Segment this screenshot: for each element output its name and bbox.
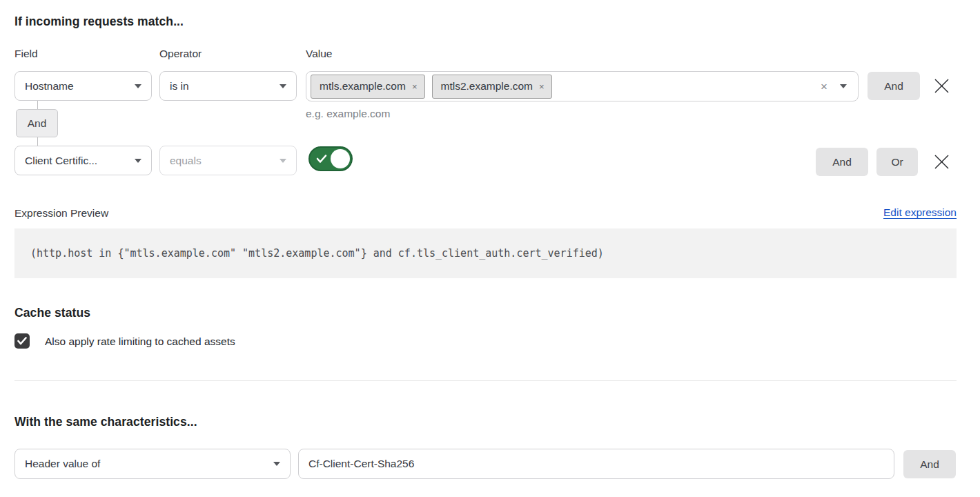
- cached-assets-checkbox-label: Also apply rate limiting to cached asset…: [45, 335, 235, 348]
- connector-line: [37, 101, 38, 109]
- delete-row1-icon[interactable]: [934, 78, 950, 94]
- value-tag: mtls2.example.com ×: [432, 75, 552, 99]
- chevron-down-icon: [280, 84, 286, 88]
- operator-select-row1-value: is in: [170, 80, 189, 92]
- value-hint: e.g. example.com: [306, 108, 390, 120]
- chevron-down-icon: [280, 159, 286, 163]
- field-select-row1[interactable]: Hostname: [14, 71, 152, 101]
- chevron-down-icon: [135, 159, 141, 163]
- and-button-row2[interactable]: And: [816, 148, 868, 176]
- rate-limiting-rule-builder: If incoming requests match... Field Oper…: [0, 0, 980, 497]
- field-select-row2-value: Client Certific...: [25, 155, 97, 167]
- row-connector-and-button[interactable]: And: [16, 109, 58, 137]
- operator-column-label: Operator: [159, 48, 202, 60]
- header-name-input[interactable]: [298, 449, 894, 479]
- section-title-match: If incoming requests match...: [14, 14, 184, 29]
- chevron-down-icon: [273, 462, 280, 466]
- characteristic-select[interactable]: Header value of: [14, 449, 291, 479]
- value-tag-text: mtls.example.com: [320, 80, 406, 92]
- characteristics-title: With the same characteristics...: [14, 415, 197, 429]
- chevron-down-icon: [135, 84, 141, 88]
- operator-select-row2-value: equals: [170, 155, 202, 167]
- clear-values-icon[interactable]: ×: [821, 81, 827, 92]
- cache-status-title: Cache status: [14, 306, 90, 320]
- value-tag: mtls.example.com ×: [311, 75, 425, 99]
- value-column-label: Value: [306, 48, 333, 60]
- or-button-row2[interactable]: Or: [876, 148, 918, 176]
- expression-preview-label: Expression Preview: [14, 207, 108, 220]
- value-multiselect-controls: ×: [821, 81, 854, 92]
- delete-row2-icon[interactable]: [934, 154, 950, 170]
- expression-code-block: (http.host in {"mtls.example.com" "mtls2…: [14, 228, 957, 278]
- remove-tag-icon[interactable]: ×: [412, 82, 418, 91]
- expression-code: (http.host in {"mtls.example.com" "mtls2…: [30, 247, 604, 260]
- check-icon: [17, 337, 27, 345]
- and-button-characteristics[interactable]: And: [903, 450, 956, 478]
- section-divider: [14, 380, 957, 381]
- edit-expression-link[interactable]: Edit expression: [883, 206, 957, 219]
- check-icon: [316, 154, 327, 164]
- value-tag-text: mtls2.example.com: [441, 80, 533, 92]
- cached-assets-checkbox[interactable]: [14, 333, 30, 349]
- value-multiselect-row1[interactable]: mtls.example.com × mtls2.example.com × ×: [306, 71, 859, 101]
- characteristic-select-value: Header value of: [25, 458, 100, 470]
- toggle-knob: [331, 149, 350, 168]
- field-column-label: Field: [14, 48, 38, 60]
- operator-select-row1[interactable]: is in: [159, 71, 297, 101]
- boolean-toggle-on[interactable]: [308, 146, 353, 171]
- and-button-row1[interactable]: And: [868, 72, 920, 100]
- connector-line: [37, 137, 38, 146]
- chevron-down-icon[interactable]: [840, 84, 847, 88]
- remove-tag-icon[interactable]: ×: [539, 82, 545, 91]
- field-select-row2[interactable]: Client Certific...: [14, 146, 152, 175]
- field-select-row1-value: Hostname: [25, 80, 74, 92]
- operator-select-row2-disabled: equals: [159, 146, 297, 175]
